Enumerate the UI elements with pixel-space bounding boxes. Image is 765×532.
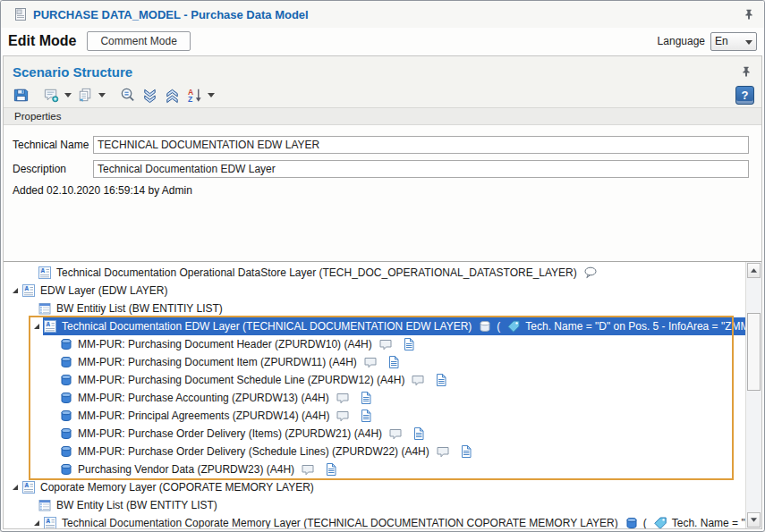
bubble-icon[interactable] — [411, 373, 425, 387]
language-select[interactable]: En — [710, 32, 757, 51]
tree-row[interactable]: MM-PUR: Purchasing Document Header (ZPUR… — [4, 335, 746, 353]
tree-row[interactable]: MM-PUR: Purchase Accounting (ZPURDW13) (… — [4, 389, 746, 407]
tree-row-label: Technical Documentation Operational Data… — [56, 266, 577, 279]
mode-bar: Edit Mode Comment Mode Language En — [1, 28, 764, 55]
panel-title: Scenario Structure — [13, 64, 740, 80]
tree-row-label: MM-PUR: Purchase Order Delivery (Items) … — [78, 427, 382, 440]
tree-row[interactable]: BW Entity List (BW ENTITY LIST) — [4, 496, 746, 514]
tree-row[interactable]: MM-PUR: Purchasing Document Item (ZPURDW… — [4, 353, 746, 371]
doc-icon[interactable] — [387, 355, 401, 369]
tree-expander-icon[interactable] — [30, 517, 43, 528]
db-icon — [625, 516, 639, 528]
tree-row-label: MM-PUR: Purchase Order Delivery (Schedul… — [78, 445, 429, 458]
doc-icon[interactable] — [434, 373, 448, 387]
svg-text:A: A — [46, 518, 50, 524]
pin-icon[interactable] — [743, 8, 755, 21]
tree-row[interactable]: ATechnical Documentation Coporate Memory… — [4, 514, 746, 528]
sort-az-icon[interactable]: AZ — [184, 86, 204, 106]
tree-expander-icon[interactable] — [9, 284, 21, 297]
properties-form: Technical Name Description Added 02.10.2… — [4, 125, 761, 261]
bubble-icon[interactable] — [301, 462, 315, 477]
title-bar: PURCHASE DATA_MODEL - Purchase Data Mode… — [1, 1, 764, 28]
tree-row[interactable]: ATechnical Documentation Operational Dat… — [4, 264, 746, 282]
tree-row-meta-text: Tech. Name = "C" on Pos. 5 - InfoArea — [672, 517, 746, 528]
panel-pin-icon[interactable] — [740, 65, 752, 78]
tree-expander-icon[interactable] — [9, 481, 21, 494]
tree-row[interactable]: Purchasing Vendor Data (ZPURDW23) (A4H) — [4, 460, 746, 478]
language-label: Language — [658, 35, 705, 47]
doc-icon[interactable] — [324, 462, 338, 477]
collapse-all-icon[interactable] — [162, 86, 182, 106]
db-icon — [59, 444, 73, 459]
db-icon — [59, 409, 73, 423]
save-icon[interactable] — [11, 86, 30, 106]
tree-row-label: Technical Documentation EDW Layer (TECHN… — [62, 320, 472, 333]
tree-row-label: Purchasing Vendor Data (ZPURDW23) (A4H) — [78, 463, 294, 476]
bubble-icon[interactable] — [336, 391, 350, 405]
tree-row-label: EDW Layer (EDW LAYER) — [40, 284, 167, 297]
comment-outline-icon[interactable] — [583, 266, 598, 280]
tree-row-label: MM-PUR: Purchasing Document Item (ZPURDW… — [78, 356, 357, 368]
help-button[interactable]: ? — [735, 86, 754, 105]
svg-text:A: A — [24, 285, 29, 291]
tree-expander-icon[interactable] — [30, 320, 43, 333]
technical-name-input[interactable] — [93, 136, 749, 154]
scroll-down-button[interactable] — [747, 512, 761, 528]
db-icon — [59, 373, 73, 387]
expand-all-icon[interactable] — [140, 86, 159, 106]
tree-row-label: Technical Documentation Coporate Memory … — [62, 517, 618, 528]
technical-name-label: Technical Name — [13, 139, 93, 151]
help-label: ? — [742, 89, 749, 102]
document-icon — [13, 7, 28, 21]
doc-icon[interactable] — [359, 391, 373, 405]
copy-icon[interactable] — [75, 86, 95, 106]
comment-menu-chevron-icon[interactable] — [64, 86, 72, 106]
tree-row-label: MM-PUR: Purchasing Document Schedule Lin… — [78, 374, 404, 386]
tree-row[interactable]: BW Entitiy List (BW ENTITIY LIST) — [4, 300, 746, 317]
sort-menu-chevron-icon[interactable] — [207, 86, 216, 106]
scenario-structure-panel: Scenario Structure — [3, 55, 762, 529]
bubble-icon[interactable] — [436, 444, 450, 459]
db-icon — [59, 337, 73, 351]
bubble-icon[interactable] — [378, 337, 393, 351]
tree-row[interactable]: ATechnical Documentation EDW Layer (TECH… — [4, 317, 746, 335]
tree-row-meta-prefix: ( — [497, 320, 500, 333]
search-icon[interactable] — [117, 86, 137, 106]
tree-row[interactable]: ACoporate Memory Layer (COPORATE MEMORY … — [4, 478, 746, 496]
doc-icon[interactable] — [412, 426, 426, 441]
app-window: PURCHASE DATA_MODEL - Purchase Data Mode… — [0, 0, 765, 532]
svg-text:A: A — [46, 321, 50, 327]
db-icon — [59, 462, 73, 477]
bubble-icon[interactable] — [388, 426, 403, 441]
doc-icon[interactable] — [459, 444, 473, 459]
tree-row[interactable]: AEDW Layer (EDW LAYER) — [4, 282, 746, 300]
tree-row[interactable]: MM-PUR: Purchase Order Delivery (Items) … — [4, 425, 746, 443]
panel-header: Scenario Structure — [4, 56, 761, 83]
tree-row[interactable]: MM-PUR: Purchase Order Delivery (Schedul… — [4, 443, 746, 460]
page-title: PURCHASE DATA_MODEL - Purchase Data Mode… — [33, 8, 743, 21]
tree-row[interactable]: MM-PUR: Purchasing Document Schedule Lin… — [4, 371, 746, 389]
bubble-icon[interactable] — [363, 355, 378, 369]
description-input[interactable] — [93, 160, 749, 178]
properties-section-header: Properties — [4, 107, 761, 125]
comment-mode-button[interactable]: Comment Mode — [87, 31, 190, 51]
bubble-icon[interactable] — [336, 409, 350, 423]
layer-icon: A — [43, 516, 57, 528]
scrollbar-thumb[interactable] — [747, 313, 761, 391]
db-icon — [59, 426, 73, 441]
tree-row[interactable]: MM-PUR: Principal Agreements (ZPURDW14) … — [4, 407, 746, 425]
toolbar: AZ ? — [4, 83, 761, 107]
tree-row-meta-prefix: ( — [643, 517, 647, 528]
copy-menu-chevron-icon[interactable] — [98, 86, 106, 106]
edit-mode-label: Edit Mode — [8, 33, 76, 49]
svg-text:A: A — [40, 267, 45, 274]
layer-icon: A — [21, 480, 36, 494]
doc-icon[interactable] — [359, 409, 373, 423]
tree-row-label: BW Entitiy List (BW ENTITIY LIST) — [56, 302, 223, 315]
tree-scrollbar[interactable] — [745, 262, 761, 528]
doc-icon[interactable] — [402, 337, 416, 351]
svg-text:Z: Z — [188, 95, 192, 104]
scroll-up-button[interactable] — [747, 263, 761, 278]
comment-add-icon[interactable] — [41, 86, 61, 106]
list-icon — [38, 498, 52, 512]
